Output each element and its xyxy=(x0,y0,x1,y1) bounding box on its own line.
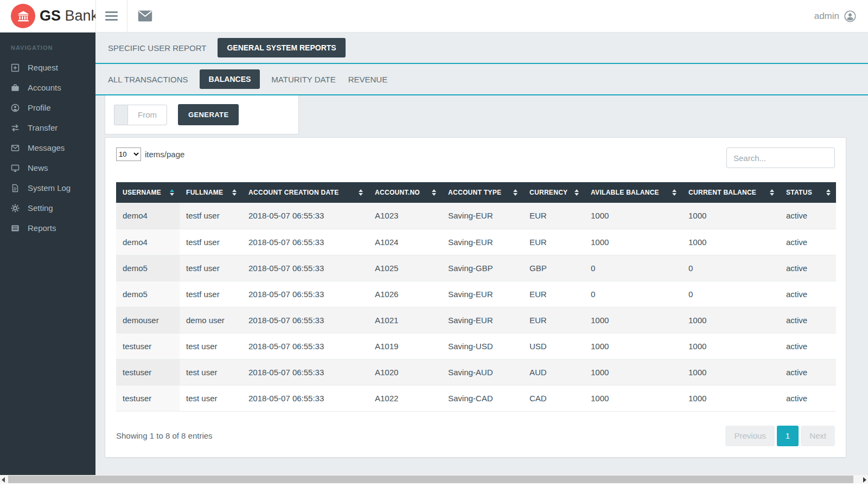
tab-general-system-reports[interactable]: GENERAL SYSTEM REPORTS xyxy=(218,38,345,57)
column-header-currency[interactable]: CURRENCY xyxy=(523,182,584,203)
pagination-previous[interactable]: Previous xyxy=(725,426,774,446)
sidebar: NAVIGATION RequestAccountsProfileTransfe… xyxy=(0,33,95,475)
cell-account-type: Saving-EUR xyxy=(442,229,523,255)
cell-status: active xyxy=(780,385,836,411)
sort-icon[interactable] xyxy=(672,189,676,196)
table-row[interactable]: demo4testf user2018-05-07 06:55:33A1024S… xyxy=(116,229,836,255)
sidebar-item-label: News xyxy=(28,163,48,172)
sidebar-item-accounts[interactable]: Accounts xyxy=(0,78,95,98)
horizontal-scrollbar[interactable] xyxy=(0,475,868,484)
reports-icon xyxy=(11,224,20,233)
column-header-account-creation-date[interactable]: ACCOUNT CREATION DATE xyxy=(242,182,368,203)
sidebar-item-label: Accounts xyxy=(28,83,61,92)
items-per-page-select[interactable]: 10 xyxy=(116,147,141,161)
cell-username: demouser xyxy=(116,307,180,333)
cell-account-no: A1020 xyxy=(368,359,442,385)
cell-account-no: A1019 xyxy=(368,333,442,359)
table-row[interactable]: demo4testf user2018-05-07 06:55:33A1023S… xyxy=(116,203,836,229)
cell-avilable-balance: 1000 xyxy=(584,385,682,411)
cell-current-balance: 1000 xyxy=(682,385,780,411)
cell-fullname: testf user xyxy=(180,229,242,255)
profile-icon xyxy=(11,104,20,112)
generate-button[interactable]: GENERATE xyxy=(178,104,239,125)
table-row[interactable]: testusertest user2018-05-07 06:55:33A102… xyxy=(116,359,836,385)
sidebar-item-messages[interactable]: Messages xyxy=(0,138,95,158)
showing-entries-text: Showing 1 to 8 of 8 entries xyxy=(116,431,213,440)
cell-currency: EUR xyxy=(523,307,584,333)
sort-icon[interactable] xyxy=(359,189,363,196)
brand[interactable]: GS Bank xyxy=(0,0,95,32)
sort-icon[interactable] xyxy=(770,189,774,196)
cell-account-type: Saving-EUR xyxy=(442,307,523,333)
from-date-group xyxy=(114,105,167,125)
sort-icon[interactable] xyxy=(826,189,831,196)
cell-username: testuser xyxy=(116,359,180,385)
subtab-maturity-date[interactable]: MATURITY DATE xyxy=(270,70,336,89)
date-addon[interactable] xyxy=(114,105,127,125)
column-header-account-type[interactable]: ACCOUNT TYPE xyxy=(442,182,523,203)
cell-account-creation-date: 2018-05-07 06:55:33 xyxy=(242,307,368,333)
pagination-next[interactable]: Next xyxy=(801,426,835,446)
sidebar-item-news[interactable]: News xyxy=(0,158,95,178)
cell-currency: AUD xyxy=(523,359,584,385)
sort-icon[interactable] xyxy=(170,189,174,196)
cell-current-balance: 1000 xyxy=(682,229,780,255)
sort-icon[interactable] xyxy=(432,189,436,196)
transfer-icon xyxy=(11,124,20,132)
scroll-right-arrow-icon[interactable] xyxy=(863,477,866,483)
sidebar-item-system-log[interactable]: System Log xyxy=(0,178,95,198)
cell-current-balance: 1000 xyxy=(682,307,780,333)
column-header-status[interactable]: STATUS xyxy=(780,182,836,203)
cell-status: active xyxy=(780,229,836,255)
cell-fullname: test user xyxy=(180,333,242,359)
sidebar-item-reports[interactable]: Reports xyxy=(0,218,95,238)
cell-account-no: A1025 xyxy=(368,255,442,281)
pagination-1[interactable]: 1 xyxy=(777,426,799,446)
cell-currency: EUR xyxy=(523,203,584,229)
sidebar-item-transfer[interactable]: Transfer xyxy=(0,118,95,138)
cell-account-type: Saving-USD xyxy=(442,333,523,359)
system-log-icon xyxy=(11,184,20,192)
column-header-username[interactable]: USERNAME xyxy=(116,182,180,203)
user-circle-icon xyxy=(844,10,856,22)
subtab-balances[interactable]: BALANCES xyxy=(200,69,260,89)
table-row[interactable]: testusertest user2018-05-07 06:55:33A102… xyxy=(116,385,836,411)
cell-current-balance: 1000 xyxy=(682,203,780,229)
column-header-current-balance[interactable]: CURRENT BALANCE xyxy=(682,182,780,203)
cell-currency: CAD xyxy=(523,385,584,411)
cell-status: active xyxy=(780,255,836,281)
column-header-fullname[interactable]: FULLNAME xyxy=(180,182,242,203)
items-per-page-label: items/page xyxy=(145,150,184,159)
scrollbar-thumb[interactable] xyxy=(8,476,853,483)
cell-account-no: A1021 xyxy=(368,307,442,333)
sort-icon[interactable] xyxy=(513,189,518,196)
sort-icon[interactable] xyxy=(232,189,237,196)
hamburger-icon[interactable] xyxy=(95,0,127,32)
cell-currency: GBP xyxy=(523,255,584,281)
subtab-revenue[interactable]: REVENUE xyxy=(347,70,389,89)
cell-current-balance: 0 xyxy=(682,255,780,281)
table-row[interactable]: demo5testf user2018-05-07 06:55:33A1026S… xyxy=(116,281,836,307)
cell-account-no: A1022 xyxy=(368,385,442,411)
sidebar-item-profile[interactable]: Profile xyxy=(0,98,95,118)
search-input[interactable] xyxy=(726,147,835,168)
cell-avilable-balance: 1000 xyxy=(584,307,682,333)
subtab-all-transactions[interactable]: ALL TRANSACTIONS xyxy=(107,70,189,89)
scroll-left-arrow-icon[interactable] xyxy=(2,477,5,483)
sidebar-item-setting[interactable]: Setting xyxy=(0,198,95,218)
sidebar-item-label: Transfer xyxy=(28,123,58,132)
sidebar-item-request[interactable]: Request xyxy=(0,57,95,78)
user-menu[interactable]: admin xyxy=(814,0,868,32)
envelope-icon[interactable] xyxy=(127,0,162,32)
column-header-avilable-balance[interactable]: AVILABLE BALANCE xyxy=(584,182,682,203)
sort-icon[interactable] xyxy=(575,189,579,196)
tab-specific-user-report[interactable]: SPECIFIC USER REPORT xyxy=(107,38,207,57)
column-header-account-no[interactable]: ACCOUNT.NO xyxy=(368,182,442,203)
sidebar-item-label: Setting xyxy=(28,203,53,213)
cell-account-no: A1023 xyxy=(368,203,442,229)
cell-avilable-balance: 1000 xyxy=(584,229,682,255)
from-date-input[interactable] xyxy=(127,105,167,125)
table-row[interactable]: demo5testf user2018-05-07 06:55:33A1025S… xyxy=(116,255,836,281)
table-row[interactable]: testusertest user2018-05-07 06:55:33A101… xyxy=(116,333,836,359)
table-row[interactable]: demouserdemo user2018-05-07 06:55:33A102… xyxy=(116,307,836,333)
